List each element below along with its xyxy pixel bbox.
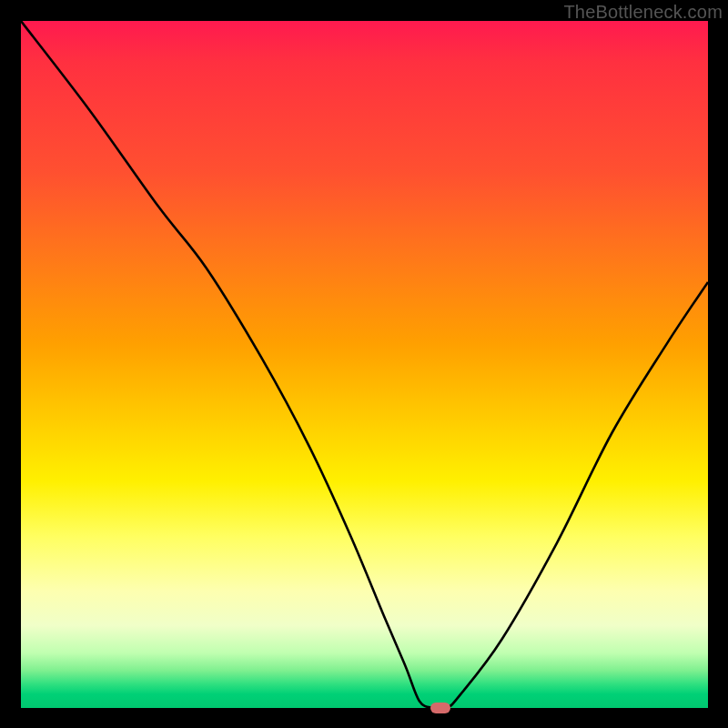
optimal-marker (430, 703, 450, 713)
plot-area (21, 21, 708, 708)
watermark-text: TheBottleneck.com (563, 2, 723, 23)
chart-frame: TheBottleneck.com (0, 0, 728, 728)
bottleneck-curve (21, 21, 708, 708)
